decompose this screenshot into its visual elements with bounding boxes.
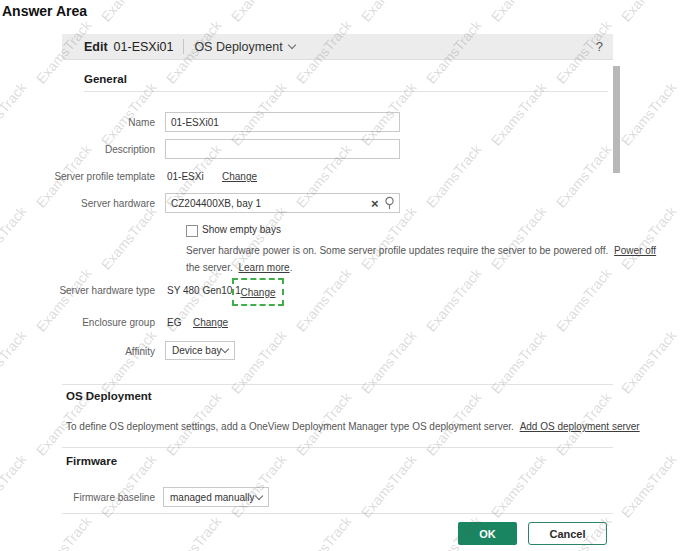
server-hardware-type-value: SY 480 Gen10 1 bbox=[167, 285, 241, 296]
os-deployment-menu-label: OS Deployment bbox=[194, 40, 282, 54]
power-notice-period: . bbox=[290, 262, 293, 273]
watermark-text: ExamsTrack bbox=[0, 79, 30, 148]
name-input[interactable] bbox=[165, 112, 400, 132]
affinity-value: Device bay bbox=[172, 345, 221, 356]
server-hardware-input[interactable] bbox=[165, 193, 400, 213]
watermark-text: ExamsTrack bbox=[33, 513, 95, 551]
watermark-text: ExamsTrack bbox=[358, 451, 420, 520]
enclosure-group-change-link[interactable]: Change bbox=[193, 317, 228, 328]
chevron-down-icon bbox=[221, 345, 229, 353]
separator bbox=[62, 447, 613, 448]
power-notice: Server hardware power is on. Some server… bbox=[186, 242, 656, 276]
name-label: Name bbox=[20, 117, 155, 128]
section-general: General bbox=[84, 73, 127, 85]
learn-more-link[interactable]: Learn more bbox=[238, 262, 289, 273]
clear-icon[interactable]: × bbox=[371, 197, 379, 210]
separator bbox=[84, 91, 608, 92]
chevron-down-icon bbox=[255, 491, 263, 499]
os-deployment-text: To define OS deployment settings, add a … bbox=[66, 418, 640, 435]
watermark-text: ExamsTrack bbox=[98, 79, 160, 148]
os-deployment-menu[interactable]: OS Deployment bbox=[194, 40, 294, 54]
watermark-text: ExamsTrack bbox=[228, 327, 290, 396]
watermark-text: ExamsTrack bbox=[618, 0, 680, 25]
enclosure-group-label: Enclosure group bbox=[20, 317, 155, 328]
screen: Answer Area Edit 01-ESXi01 OS Deployment… bbox=[0, 0, 681, 551]
watermark-text: ExamsTrack bbox=[163, 513, 225, 551]
watermark-text: ExamsTrack bbox=[293, 513, 355, 551]
section-firmware: Firmware bbox=[66, 455, 117, 467]
watermark-text: ExamsTrack bbox=[618, 327, 680, 396]
separator bbox=[62, 384, 613, 385]
watermark-text: ExamsTrack bbox=[358, 0, 420, 25]
server-hardware-type-change-link[interactable]: Change bbox=[240, 287, 275, 298]
server-profile-template-label: Server profile template bbox=[20, 171, 155, 182]
scrollbar-thumb[interactable] bbox=[613, 66, 620, 173]
description-input[interactable] bbox=[165, 139, 400, 159]
watermark-text: ExamsTrack bbox=[553, 141, 615, 210]
watermark-text: ExamsTrack bbox=[618, 79, 680, 148]
os-deployment-description: To define OS deployment settings, add a … bbox=[66, 421, 514, 432]
watermark-text: ExamsTrack bbox=[0, 451, 30, 520]
add-os-deployment-server-link[interactable]: Add OS deployment server bbox=[520, 421, 640, 432]
watermark-text: ExamsTrack bbox=[488, 79, 550, 148]
power-off-link[interactable]: Power off bbox=[614, 245, 656, 256]
show-empty-bays-label: Show empty bays bbox=[202, 224, 281, 235]
watermark-text: ExamsTrack bbox=[0, 327, 30, 396]
server-profile-template-change-link[interactable]: Change bbox=[222, 171, 257, 182]
help-icon[interactable]: ? bbox=[596, 39, 603, 54]
watermark-text: ExamsTrack bbox=[98, 0, 160, 25]
firmware-baseline-dropdown[interactable]: managed manually bbox=[163, 487, 269, 507]
footer-separator bbox=[62, 513, 613, 514]
watermark-text: ExamsTrack bbox=[0, 203, 30, 272]
chevron-down-icon bbox=[287, 41, 295, 49]
header-divider bbox=[183, 39, 184, 54]
watermark-text: ExamsTrack bbox=[228, 0, 290, 25]
watermark-text: ExamsTrack bbox=[358, 327, 420, 396]
watermark-text: ExamsTrack bbox=[98, 203, 160, 272]
watermark-text: ExamsTrack bbox=[228, 451, 290, 520]
answer-highlight-box: Change bbox=[232, 278, 284, 306]
description-label: Description bbox=[20, 144, 155, 155]
cancel-button[interactable]: Cancel bbox=[528, 522, 607, 545]
answer-area-title: Answer Area bbox=[2, 3, 87, 19]
watermark-text: ExamsTrack bbox=[488, 327, 550, 396]
watermark-text: ExamsTrack bbox=[98, 327, 160, 396]
search-icon[interactable] bbox=[384, 196, 396, 214]
server-profile-template-value: 01-ESXi bbox=[167, 171, 204, 182]
watermark-text: ExamsTrack bbox=[618, 451, 680, 520]
enclosure-group-value: EG bbox=[167, 317, 181, 328]
power-notice-line2: the server. bbox=[186, 262, 233, 273]
affinity-dropdown[interactable]: Device bay bbox=[165, 341, 235, 360]
section-os-deployment: OS Deployment bbox=[66, 390, 152, 402]
affinity-label: Affinity bbox=[20, 346, 155, 357]
watermark-text: ExamsTrack bbox=[488, 0, 550, 25]
dialog-title-edit: Edit bbox=[84, 40, 108, 54]
watermark-text: ExamsTrack bbox=[423, 141, 485, 210]
server-hardware-label: Server hardware bbox=[20, 198, 155, 209]
ok-button[interactable]: OK bbox=[458, 522, 517, 545]
watermark-text: ExamsTrack bbox=[488, 451, 550, 520]
dialog-header: Edit 01-ESXi01 OS Deployment ? bbox=[62, 34, 613, 60]
dialog-title-profile-name: 01-ESXi01 bbox=[114, 40, 174, 54]
power-notice-line1: Server hardware power is on. Some server… bbox=[186, 245, 608, 256]
firmware-baseline-value: managed manually bbox=[170, 492, 255, 503]
server-hardware-type-label: Server hardware type bbox=[20, 285, 155, 296]
firmware-baseline-label: Firmware baseline bbox=[20, 492, 155, 503]
show-empty-bays-checkbox[interactable] bbox=[186, 225, 198, 237]
